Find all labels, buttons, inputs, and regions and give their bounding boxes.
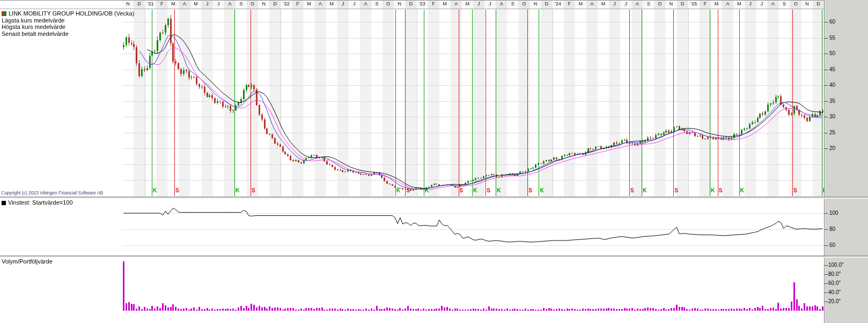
vikingen-chart-window: ND'21FMAMJJASOND'22FMAMJJASOND'23FMAMJJA…: [0, 0, 868, 323]
chart-plot-area[interactable]: [0, 0, 868, 323]
